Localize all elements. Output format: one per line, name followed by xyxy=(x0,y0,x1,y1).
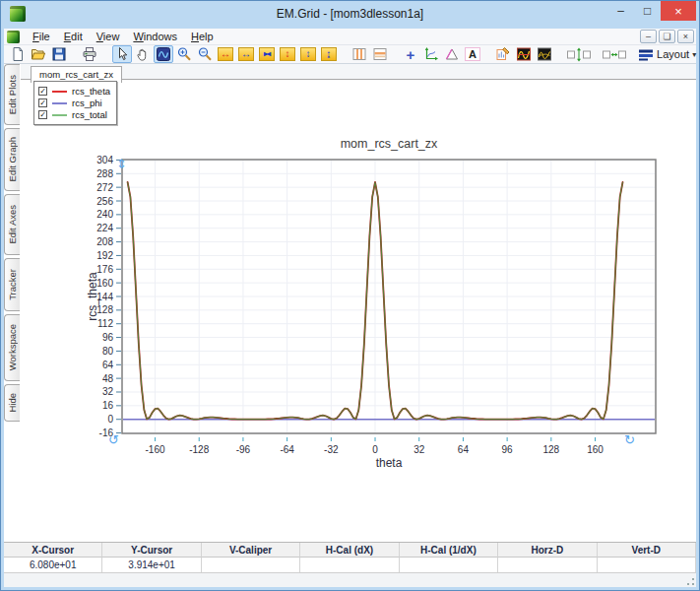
new-file-button[interactable] xyxy=(8,45,28,63)
pan-tool-button[interactable] xyxy=(133,45,153,63)
minimize-button[interactable]: – xyxy=(607,1,634,21)
v-caliper-button[interactable] xyxy=(567,45,592,63)
axes-tracker-button[interactable] xyxy=(421,45,441,63)
y-tick-label: 16 xyxy=(102,400,114,411)
child-close-button[interactable]: × xyxy=(677,30,694,43)
child-window-controls: –❏× xyxy=(640,30,694,43)
h-caliper-button[interactable] xyxy=(603,45,627,63)
split-horizontal-button[interactable] xyxy=(370,45,390,63)
status-header-y-cursor: Y-Cursor xyxy=(102,543,201,558)
legend-line-sample xyxy=(52,91,67,93)
sidebar-tab-edit-axes[interactable]: Edit Axes xyxy=(4,194,20,255)
sidebar-tab-hide[interactable]: Hide xyxy=(4,384,20,422)
axes-tracker-icon xyxy=(423,46,439,62)
sidebar-tab-label: Tracker xyxy=(7,269,18,300)
v-fit-button[interactable]: ↨ xyxy=(319,45,339,63)
child-restore-button[interactable]: ❏ xyxy=(659,30,675,43)
sidebar-tab-label: Edit Axes xyxy=(7,205,18,244)
sidebar-tab-edit-graph[interactable]: Edit Graph xyxy=(4,128,20,191)
close-button[interactable]: × xyxy=(661,1,696,21)
legend-label: rcs_total xyxy=(72,109,107,120)
menu-view[interactable]: View xyxy=(90,30,127,43)
v-zoom-out-button[interactable]: ↕ xyxy=(278,45,297,63)
legend-line-sample xyxy=(52,102,67,104)
text-annotation-button[interactable]: A xyxy=(463,45,482,63)
select-tool-button[interactable] xyxy=(112,45,132,63)
dark-plot-yellow-icon xyxy=(537,46,552,62)
y-axis-label: rcs_theta xyxy=(86,272,99,321)
print-icon xyxy=(82,46,97,62)
h-caliper-icon xyxy=(602,46,627,62)
zoom-out-icon xyxy=(197,46,213,62)
menu-help[interactable]: Help xyxy=(184,30,221,43)
anchor-bottom-right-icon[interactable]: ↻ xyxy=(624,432,635,447)
delta-marker-button[interactable] xyxy=(442,45,462,63)
legend-checkbox-rcs_phi[interactable]: ✓ xyxy=(38,98,47,107)
h-fit-button[interactable]: ▸◂ xyxy=(257,45,277,63)
dark-plot-yellow-button[interactable] xyxy=(535,45,554,63)
sidebar-tab-label: Edit Plots xyxy=(7,75,18,114)
menu-edit[interactable]: Edit xyxy=(57,30,90,43)
menu-windows[interactable]: Windows xyxy=(126,30,184,43)
sidebar-tab-tracker[interactable]: Tracker xyxy=(4,258,20,311)
y-tick-label: 48 xyxy=(102,373,114,384)
child-minimize-button[interactable]: – xyxy=(640,30,657,43)
window-title: EM.Grid - [mom3dlesson1a] xyxy=(4,7,696,21)
sidebar-tab-edit-plots[interactable]: Edit Plots xyxy=(4,64,20,125)
save-file-button[interactable] xyxy=(49,45,69,63)
zoom-in-icon xyxy=(176,46,192,62)
sidebar-tab-label: Workspace xyxy=(7,324,18,370)
sidebar-tabs: Edit PlotsEdit GraphEdit AxesTrackerWork… xyxy=(4,64,21,422)
y-tick-label: 272 xyxy=(96,182,113,193)
y-tick-label: 64 xyxy=(102,360,114,370)
menu-bar: FileEditViewWindowsHelp –❏× xyxy=(4,29,696,45)
sidebar-tab-label: Hide xyxy=(7,393,18,413)
plot-mode-button[interactable] xyxy=(154,45,173,63)
y-tick-label: 112 xyxy=(97,318,113,329)
maximize-button[interactable]: □ xyxy=(634,1,661,21)
open-file-icon xyxy=(31,46,46,62)
crosshair-button[interactable]: + xyxy=(401,45,420,63)
status-header-x-cursor: X-Cursor xyxy=(4,543,102,558)
pan-tool-icon xyxy=(135,46,151,62)
y-tick-label: 80 xyxy=(102,346,114,357)
anchor-bottom-left-icon[interactable]: ↺ xyxy=(108,432,119,447)
anchor-top-left-icon[interactable]: ⇕ xyxy=(116,157,127,171)
layout-icon xyxy=(638,46,654,62)
dark-plot-red-icon xyxy=(516,46,532,62)
status-value-x-cursor: 6.080e+01 xyxy=(4,558,102,572)
sidebar-tab-workspace[interactable]: Workspace xyxy=(4,314,20,381)
h-zoom-in-button[interactable]: ↔ xyxy=(236,45,256,63)
print-button[interactable] xyxy=(80,45,99,63)
y-tick-label: 224 xyxy=(96,223,113,233)
resize-grip[interactable] xyxy=(683,574,695,586)
open-file-button[interactable] xyxy=(29,45,48,63)
edit-plot-button[interactable] xyxy=(493,45,513,63)
zoom-out-button[interactable] xyxy=(195,45,215,63)
layout-dropdown[interactable]: Layout▾ xyxy=(639,45,695,63)
delta-marker-icon xyxy=(444,46,460,62)
v-zoom-in-button[interactable]: ↕ xyxy=(298,45,318,63)
window-status-bar xyxy=(4,572,696,587)
x-tick-label: -32 xyxy=(324,444,339,455)
status-value-h-cal-1-dx- xyxy=(400,558,498,572)
menu-file[interactable]: File xyxy=(26,30,57,43)
h-zoom-out-button[interactable]: ↔ xyxy=(216,45,235,63)
status-header-h-cal-1-dx-: H-Cal (1/dX) xyxy=(400,543,498,558)
y-tick-label: 96 xyxy=(102,332,114,343)
plot-canvas[interactable]: -160163248648096112128144160176192208224… xyxy=(4,64,696,542)
y-tick-label: 0 xyxy=(107,414,113,425)
new-file-icon xyxy=(10,46,26,62)
zoom-in-button[interactable] xyxy=(174,45,194,63)
legend-checkbox-rcs_total[interactable]: ✓ xyxy=(38,110,47,119)
legend-row-rcs_phi: ✓rcs_phi xyxy=(38,98,110,108)
legend-checkbox-rcs_theta[interactable]: ✓ xyxy=(38,87,47,96)
x-tick-label: -160 xyxy=(146,444,165,455)
menu-items: FileEditViewWindowsHelp xyxy=(26,30,221,43)
status-value-horz-d xyxy=(498,558,597,572)
save-file-icon xyxy=(51,46,67,62)
dark-plot-red-button[interactable] xyxy=(514,45,534,63)
split-vertical-button[interactable] xyxy=(350,45,369,63)
legend-line-sample xyxy=(52,114,67,116)
status-header-h-cal-dx-: H-Cal (dX) xyxy=(300,543,399,558)
